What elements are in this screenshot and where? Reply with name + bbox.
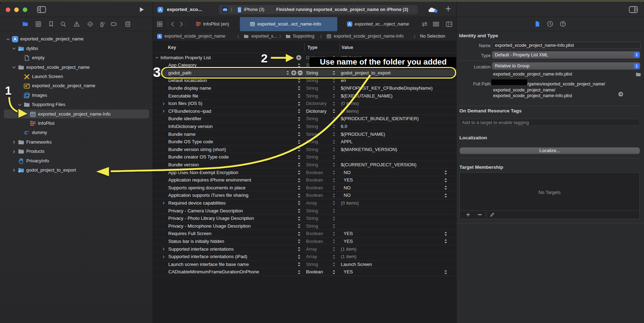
breadcrumb-item[interactable]: No Selection	[420, 31, 445, 41]
file-inspector-icon[interactable]	[534, 21, 541, 28]
breadcrumb-item[interactable]: exported_xcode_project_name	[164, 31, 225, 41]
folder-locate-icon[interactable]	[635, 72, 641, 77]
code-review-icon[interactable]	[420, 21, 429, 27]
plist-type[interactable]: String	[306, 138, 318, 146]
navigator-item-exported-xcode-project-name[interactable]: exported_xcode_project_name	[0, 81, 153, 90]
plist-type[interactable]: String	[306, 77, 318, 84]
run-destination[interactable]: iPhone (3)	[244, 5, 264, 14]
key-stepper-icon[interactable]	[297, 262, 301, 267]
type-stepper-icon[interactable]	[332, 162, 336, 167]
plist-row-executable-file[interactable]: Executable fileString$(EXECUTABLE_NAME)	[153, 92, 456, 100]
report-navigator-icon[interactable]	[125, 21, 131, 27]
row-disclosure-right-icon[interactable]	[162, 102, 165, 105]
debug-navigator-icon[interactable]	[99, 21, 106, 27]
value-stepper-icon[interactable]	[443, 170, 448, 175]
type-stepper-icon[interactable]	[332, 208, 336, 213]
key-stepper-icon[interactable]	[297, 155, 301, 160]
zoom-button[interactable]	[23, 7, 27, 12]
remove-target-icon[interactable]	[477, 212, 482, 217]
plist-type[interactable]: String	[306, 69, 318, 77]
plist-row-application-requires-iphone-environment[interactable]: Application requires iPhone environmentB…	[153, 176, 456, 184]
tab-project-preview[interactable]: exported_xc...roject_name	[337, 17, 419, 31]
find-navigator-icon[interactable]	[60, 21, 66, 27]
plist-row-supports-opening-documents-in-place[interactable]: Supports opening documents in placeBoole…	[153, 184, 456, 192]
key-stepper-icon[interactable]	[297, 116, 301, 122]
plist-type[interactable]: String	[306, 123, 318, 130]
key-stepper-icon[interactable]	[297, 193, 301, 198]
breakpoint-navigator-icon[interactable]	[110, 21, 116, 27]
type-stepper-icon[interactable]	[332, 223, 336, 229]
value-stepper-icon[interactable]	[443, 231, 448, 236]
navigator-item-dylibs[interactable]: dylibs	[0, 44, 153, 53]
plist-value[interactable]: $(PRODUCT_BUNDLE_IDENTIFIER)	[341, 115, 419, 123]
plist-row-default-localization[interactable]: Default localizationStringen	[153, 77, 456, 84]
plist-row-application-supports-itunes-file-sharing[interactable]: Application supports iTunes file sharing…	[153, 191, 456, 199]
disclosure-down-icon[interactable]	[12, 66, 16, 69]
bookmark-navigator-icon[interactable]	[48, 21, 54, 27]
navigator-item-supporting-files[interactable]: Supporting Files	[0, 100, 153, 109]
add-row-icon[interactable]	[296, 55, 301, 60]
plist-value[interactable]: (0 items)	[341, 199, 359, 207]
value-stepper-icon[interactable]	[443, 239, 448, 244]
plist-row-status-bar-is-initially-hidden[interactable]: Status bar is initially hiddenBooleanYES	[153, 238, 456, 245]
adjust-editor-icon[interactable]	[432, 21, 440, 27]
plist-value[interactable]: godot_project_to_export	[341, 69, 391, 77]
type-stepper-icon[interactable]	[332, 78, 336, 83]
type-stepper-icon[interactable]	[332, 185, 336, 190]
key-stepper-icon[interactable]	[297, 101, 301, 106]
navigator-item-infoplist[interactable]: InfoPlist	[0, 119, 153, 128]
plist-row-supported-interface-orientations-ipad-[interactable]: Supported interface orientations (iPad)A…	[153, 253, 456, 261]
plist-row-required-device-capabilities[interactable]: Required device capabilitiesArray(0 item…	[153, 199, 456, 207]
editor-grid-icon[interactable]	[157, 21, 163, 27]
plist-type[interactable]: Array	[306, 245, 317, 253]
column-header-type[interactable]: Type	[307, 41, 317, 53]
plist-row-cadisableminimumframedurationonphone[interactable]: CADisableMinimumFrameDurationOnPhoneBool…	[153, 268, 456, 276]
disclosure-right-icon[interactable]	[12, 150, 16, 154]
plist-type[interactable]: Array	[306, 199, 317, 207]
plist-row-requires-full-screen[interactable]: Requires Full ScreenBooleanYES	[153, 230, 456, 238]
plist-row-godot-path[interactable]: godot_pathStringgodot_project_to_export	[153, 69, 456, 77]
row-disclosure-right-icon[interactable]	[162, 255, 165, 258]
plist-value[interactable]: (1 item)	[341, 253, 356, 261]
close-button[interactable]	[6, 7, 10, 12]
plist-type[interactable]: String	[306, 153, 318, 161]
plist-row-bundle-identifier[interactable]: Bundle identifierString$(PRODUCT_BUNDLE_…	[153, 115, 456, 123]
source-control-navigator-icon[interactable]	[35, 21, 42, 27]
plist-type[interactable]: String	[306, 161, 318, 169]
type-stepper-icon[interactable]	[332, 269, 336, 275]
disclosure-down-icon[interactable]	[12, 47, 16, 50]
plist-row-supported-interface-orientations[interactable]: Supported interface orientationsArray(1 …	[153, 245, 456, 253]
history-inspector-icon[interactable]	[547, 21, 554, 28]
key-stepper-icon[interactable]	[297, 269, 301, 275]
localize-button[interactable]: Localize...	[460, 147, 640, 154]
plist-type[interactable]: String	[306, 222, 318, 230]
plist-value[interactable]: (0 items)	[341, 107, 359, 115]
plist-row-privacy-microphone-usage-description[interactable]: Privacy - Microphone Usage DescriptionSt…	[153, 222, 456, 230]
plist-type[interactable]: String	[306, 130, 318, 138]
type-stepper-icon[interactable]	[332, 139, 336, 145]
key-stepper-icon[interactable]	[285, 70, 290, 76]
row-disclosure-right-icon[interactable]	[162, 110, 165, 113]
navigator-item-frameworks[interactable]: Frameworks	[0, 138, 153, 147]
plist-type[interactable]: String	[306, 92, 318, 100]
plist-row-privacy-camera-usage-description[interactable]: Privacy - Camera Usage DescriptionString	[153, 207, 456, 215]
help-inspector-icon[interactable]	[560, 21, 567, 28]
plist-value[interactable]: en	[341, 77, 346, 84]
plist-value[interactable]: NO	[344, 191, 351, 199]
key-stepper-icon[interactable]	[297, 239, 301, 244]
type-stepper-icon[interactable]	[332, 85, 336, 91]
type-stepper-icon[interactable]	[332, 70, 336, 76]
type-stepper-icon[interactable]	[332, 231, 336, 236]
plist-value[interactable]: YES	[344, 230, 353, 238]
plist-type[interactable]: String	[306, 215, 318, 222]
key-stepper-icon[interactable]	[297, 185, 301, 190]
key-stepper-icon[interactable]	[297, 216, 301, 221]
key-stepper-icon[interactable]	[297, 63, 301, 68]
type-stepper-icon[interactable]	[332, 193, 336, 198]
key-stepper-icon[interactable]	[297, 223, 301, 229]
navigator-item-godot-project-to-export[interactable]: godot_project_to_export	[0, 166, 153, 175]
key-stepper-icon[interactable]	[297, 246, 301, 252]
navigator-item-images[interactable]: Images	[0, 91, 153, 100]
plist-type[interactable]: String	[306, 207, 318, 215]
type-stepper-icon[interactable]	[332, 178, 336, 183]
